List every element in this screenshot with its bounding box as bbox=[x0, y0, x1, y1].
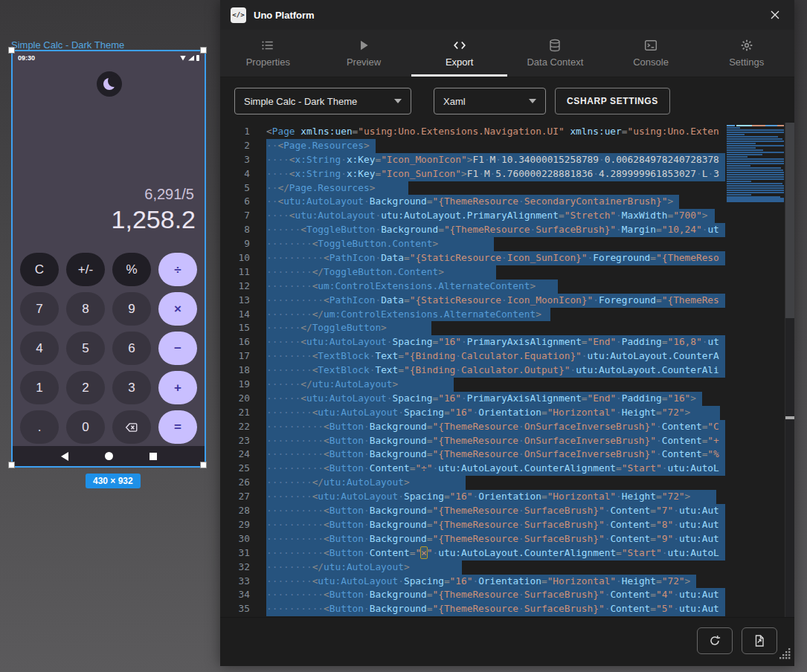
minimap-line bbox=[727, 132, 784, 133]
tab-settings[interactable]: Settings bbox=[698, 30, 794, 77]
export-file-button[interactable] bbox=[742, 627, 777, 654]
code-line-35: 35··········<Button·Background="{ThemeRe… bbox=[220, 602, 727, 616]
code-line-19: 19······</utu:AutoLayout> bbox=[220, 378, 727, 392]
line-number: 12 bbox=[220, 280, 250, 294]
code-line-23: 23··········<Button·Background="{ThemeRe… bbox=[220, 434, 727, 448]
line-number: 1 bbox=[220, 125, 250, 139]
tab-label: Export bbox=[446, 56, 474, 68]
editor-scrollbar[interactable] bbox=[785, 123, 794, 617]
tab-properties[interactable]: Properties bbox=[220, 30, 316, 77]
minimap-line bbox=[727, 143, 756, 144]
minimap-line bbox=[727, 178, 784, 180]
code-line-24: 24··········<Button·Background="{ThemeRe… bbox=[220, 448, 727, 462]
code-line-4: 4····<x:String·x:Key="Icon_SunIcon">F1·M… bbox=[220, 167, 727, 181]
minimap-line bbox=[727, 134, 745, 135]
line-number: 32 bbox=[220, 560, 250, 575]
tab-preview[interactable]: Preview bbox=[316, 30, 412, 77]
line-number: 7 bbox=[220, 209, 250, 223]
export-toolbar: Simple Calc - Dark Theme Xaml CSHARP SET… bbox=[220, 77, 794, 123]
line-number: 6 bbox=[220, 195, 250, 209]
tab-label: Settings bbox=[729, 56, 764, 68]
line-number: 29 bbox=[220, 518, 250, 532]
minimap-line bbox=[727, 200, 784, 201]
minimap-line bbox=[727, 181, 751, 182]
close-icon[interactable] bbox=[766, 6, 784, 24]
code-line-10: 10··········<PathIcon·Data="{StaticResou… bbox=[220, 251, 727, 265]
line-number: 2 bbox=[220, 139, 250, 153]
code-line-28: 28··········<Button·Background="{ThemeRe… bbox=[220, 504, 727, 518]
line-number: 28 bbox=[220, 504, 250, 518]
export-file-icon bbox=[753, 634, 766, 647]
code-line-12: 12········<um:ControlExtensions.Alternat… bbox=[220, 280, 727, 294]
line-number: 8 bbox=[220, 223, 250, 237]
csharp-settings-button[interactable]: CSHARP SETTINGS bbox=[555, 88, 670, 114]
minimap-line bbox=[727, 136, 778, 138]
code-icon bbox=[453, 39, 466, 52]
database-icon bbox=[548, 39, 562, 52]
minimap-line bbox=[727, 167, 781, 169]
uno-platform-window: </> Uno Platform PropertiesPreviewExport… bbox=[220, 0, 794, 666]
tab-label: Preview bbox=[347, 56, 381, 68]
tab-console[interactable]: Console bbox=[603, 30, 699, 77]
chevron-down-icon bbox=[394, 99, 402, 103]
tab-label: Data Context bbox=[527, 56, 583, 68]
line-number: 25 bbox=[220, 462, 250, 476]
resize-handle-top-left[interactable] bbox=[8, 47, 15, 54]
minimap-line bbox=[727, 172, 784, 173]
line-number: 14 bbox=[220, 308, 250, 322]
minimap-line bbox=[727, 163, 784, 164]
minimap-line bbox=[727, 154, 762, 155]
format-dropdown[interactable]: Xaml bbox=[434, 88, 546, 114]
line-number: 22 bbox=[220, 420, 250, 434]
minimap-line bbox=[727, 138, 782, 140]
line-number: 3 bbox=[220, 153, 250, 167]
resize-handle-top-right[interactable] bbox=[200, 47, 207, 54]
code-line-22: 22··········<Button·Background="{ThemeRe… bbox=[220, 420, 727, 434]
minimap-line bbox=[727, 176, 784, 178]
tab-label: Properties bbox=[246, 56, 290, 68]
line-number: 5 bbox=[220, 181, 250, 196]
code-line-15: 15······</ToggleButton> bbox=[220, 321, 727, 335]
size-badge: 430 × 932 bbox=[86, 474, 141, 488]
code-line-8: 8······<ToggleButton·Background="{ThemeR… bbox=[220, 223, 727, 237]
theme-dropdown[interactable]: Simple Calc - Dark Theme bbox=[234, 88, 411, 114]
minimap-line bbox=[727, 194, 751, 196]
resize-grip[interactable] bbox=[777, 645, 791, 663]
minimap-line bbox=[727, 174, 784, 175]
code-line-33: 33········<utu:AutoLayout·Spacing="16"·O… bbox=[220, 575, 727, 589]
resize-handle-bottom-right[interactable] bbox=[200, 462, 207, 468]
line-number: 18 bbox=[220, 364, 250, 378]
minimap[interactable] bbox=[727, 125, 784, 202]
code-line-27: 27········<utu:AutoLayout·Spacing="16"·O… bbox=[220, 490, 727, 504]
line-number: 11 bbox=[220, 265, 250, 280]
code-line-20: 20······<utu:AutoLayout·Spacing="16"·Pri… bbox=[220, 392, 727, 406]
scrollbar-thumb[interactable] bbox=[785, 123, 794, 318]
code-line-11: 11········</ToggleButton.Content> bbox=[220, 265, 727, 280]
phone-title-label: Simple Calc - Dark Theme bbox=[11, 39, 124, 51]
line-number: 16 bbox=[220, 335, 250, 349]
minimap-line bbox=[727, 196, 780, 198]
scrollbar-marker bbox=[785, 416, 794, 419]
tab-data-context[interactable]: Data Context bbox=[507, 30, 603, 77]
tab-bar: PropertiesPreviewExportData ContextConso… bbox=[220, 30, 794, 77]
selection-outline[interactable] bbox=[11, 50, 206, 468]
minimap-line bbox=[727, 140, 784, 142]
line-number: 4 bbox=[220, 167, 250, 181]
window-footer bbox=[220, 617, 794, 666]
minimap-line bbox=[727, 158, 784, 160]
code-line-31: 31··········<Button·Content="×"·utu:Auto… bbox=[220, 546, 727, 560]
minimap-line bbox=[727, 198, 784, 199]
code-editor[interactable]: 1<Page xmlns:uen="using:Uno.Extensions.N… bbox=[220, 123, 794, 617]
line-number: 13 bbox=[220, 294, 250, 308]
resize-handle-bottom-left[interactable] bbox=[8, 462, 15, 468]
code-line-7: 7····<utu:AutoLayout·utu:AutoLayout.Prim… bbox=[220, 209, 727, 223]
minimap-line bbox=[727, 147, 756, 149]
window-title: Uno Platform bbox=[254, 10, 315, 21]
tab-label: Console bbox=[633, 56, 669, 68]
terminal-icon bbox=[644, 39, 658, 52]
minimap-line bbox=[727, 125, 784, 126]
code-line-6: 6··<utu:AutoLayout·Background="{ThemeRes… bbox=[220, 195, 727, 209]
tab-export[interactable]: Export bbox=[411, 30, 507, 77]
refresh-button[interactable] bbox=[697, 627, 733, 654]
gear-icon bbox=[740, 39, 753, 52]
